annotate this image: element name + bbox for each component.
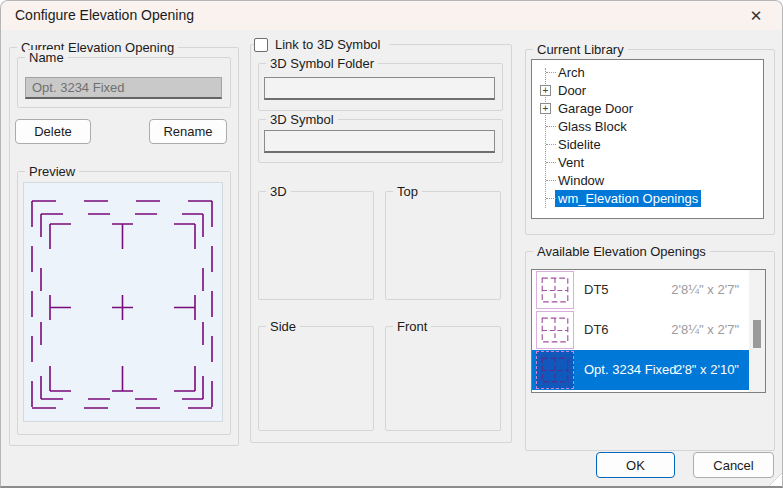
expand-plus-icon[interactable]: + [540, 85, 551, 96]
tree-item-sidelite[interactable]: Sidelite [532, 135, 763, 153]
name-input[interactable] [25, 77, 222, 99]
view-3d-box: 3D [258, 191, 374, 300]
preview-canvas [23, 182, 223, 422]
symbol-name-input[interactable] [264, 130, 495, 153]
rename-button[interactable]: Rename [149, 119, 227, 144]
current-library-group-label: Current Library [533, 42, 628, 57]
symbol-folder-group-label: 3D Symbol Folder [266, 56, 378, 71]
list-item-dt6[interactable]: DT6 2'8¼" x 2'7" [532, 310, 749, 350]
link-to-3d-symbol-checkbox[interactable] [254, 38, 268, 52]
list-item-opt-3234-fixed[interactable]: Opt. 3234 Fixed 2'8" x 2'10" [532, 350, 749, 390]
view-side-box: Side [258, 326, 374, 431]
list-scrollbar[interactable] [749, 270, 765, 392]
available-openings-group-label: Available Elevation Openings [533, 244, 710, 259]
link-to-3d-symbol-row: Link to 3D Symbol [254, 36, 389, 53]
tree-item-arch[interactable]: Arch [532, 63, 763, 81]
tree-item-door[interactable]: + Door [532, 81, 763, 99]
available-openings-list: DT5 2'8¼" x 2'7" DT6 2'8¼" x 2'7" [531, 269, 766, 393]
configure-elevation-opening-dialog: Configure Elevation Opening ✕ Current El… [0, 0, 783, 488]
view-front-label: Front [393, 319, 431, 334]
tree-item-window[interactable]: Window [532, 171, 763, 189]
list-item-dt5[interactable]: DT5 2'8¼" x 2'7" [532, 270, 749, 310]
tree-item-garage-door[interactable]: + Garage Door [532, 99, 763, 117]
name-group-label: Name [25, 50, 68, 65]
close-icon[interactable]: ✕ [742, 4, 770, 27]
elevation-opening-drawing [24, 183, 222, 421]
resize-grip[interactable] [767, 472, 783, 488]
view-top-box: Top [385, 191, 501, 300]
dialog-title: Configure Elevation Opening [15, 1, 194, 30]
view-3d-label: 3D [266, 184, 291, 199]
opening-thumbnail-icon [536, 271, 574, 309]
cancel-button[interactable]: Cancel [693, 452, 774, 478]
ok-button[interactable]: OK [596, 452, 675, 478]
library-tree: Arch + Door + Garage Door Glass Block Si… [531, 59, 764, 219]
view-side-label: Side [266, 319, 300, 334]
link-to-3d-symbol-label[interactable]: Link to 3D Symbol [275, 37, 381, 52]
tree-item-wm-elevation-openings[interactable]: wm_Elevation Openings [532, 189, 763, 207]
opening-thumbnail-icon [536, 311, 574, 349]
expand-plus-icon[interactable]: + [540, 103, 551, 114]
opening-thumbnail-icon [536, 351, 574, 389]
symbol-folder-input[interactable] [264, 77, 495, 100]
tree-item-glass-block[interactable]: Glass Block [532, 117, 763, 135]
tree-item-vent[interactable]: Vent [532, 153, 763, 171]
view-front-box: Front [385, 326, 501, 431]
list-scrollbar-thumb[interactable] [753, 320, 761, 348]
preview-group-label: Preview [25, 164, 79, 179]
symbol-name-group-label: 3D Symbol [266, 112, 338, 127]
view-top-label: Top [393, 184, 422, 199]
delete-button[interactable]: Delete [15, 119, 91, 144]
titlebar: Configure Elevation Opening ✕ [1, 1, 782, 30]
